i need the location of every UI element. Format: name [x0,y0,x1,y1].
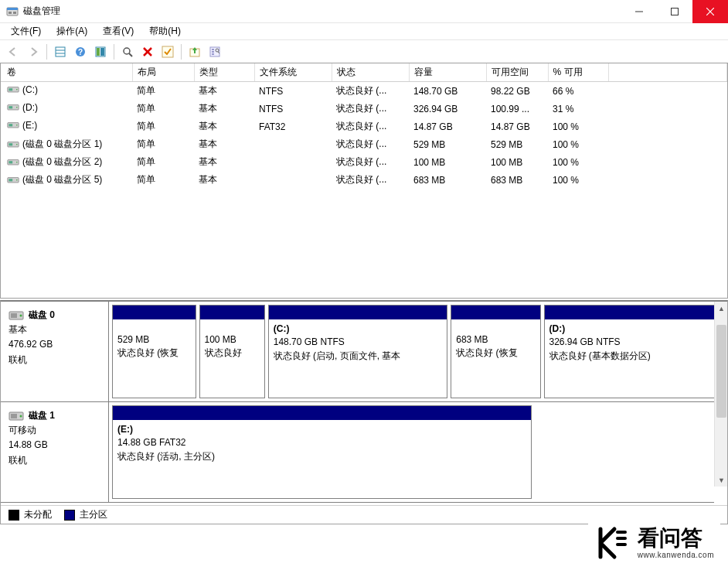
menu-help[interactable]: 帮助(H) [143,23,187,39]
col-free[interactable]: 可用空间 [486,63,548,82]
cell-volume: (磁盘 0 磁盘分区 2) [1,153,132,171]
svg-rect-47 [11,313,17,318]
svg-point-16 [124,48,130,54]
partition-block[interactable]: 683 MB状态良好 (恢复 [451,305,540,398]
minimize-button[interactable] [621,0,657,23]
legend-primary: 主分区 [64,508,107,521]
col-type[interactable]: 类型 [194,63,254,82]
vertical-scrollbar[interactable]: ▲ ▼ [714,302,727,487]
cell-status: 状态良好 (... [332,171,409,189]
partition-header [113,406,531,420]
volume-table[interactable]: 卷 布局 类型 文件系统 状态 容量 可用空间 % 可用 (C:)简单基本NTF… [1,63,727,189]
table-row[interactable]: (磁盘 0 磁盘分区 1)简单基本状态良好 (...529 MB529 MB10… [1,135,727,153]
svg-rect-44 [9,179,12,181]
col-pct[interactable]: % 可用 [548,63,608,82]
svg-text:?: ? [78,48,83,56]
cell-type: 基本 [194,118,254,135]
partition-name: (D:) [549,323,719,336]
partition-block[interactable]: 100 MB状态良好 [199,305,265,398]
cell-capacity: 14.87 GB [409,118,486,135]
volume-icon [7,176,19,185]
col-filesystem[interactable]: 文件系统 [254,63,332,82]
cell-capacity: 683 MB [409,171,486,189]
cell-filesystem [254,135,332,153]
partition-status: 状态良好 (恢复 [117,347,191,360]
menu-bar: 文件(F) 操作(A) 查看(V) 帮助(H) [0,23,728,40]
toolbar: ? [0,40,728,63]
scroll-up-arrow[interactable]: ▲ [715,302,727,315]
disk-graphical-pane: 磁盘 0基本476.92 GB联机529 MB状态良好 (恢复100 MB状态良… [0,300,728,524]
toolbar-separator [114,44,114,60]
up-button[interactable] [186,43,203,60]
partition-size: 326.94 GB NTFS [549,336,719,349]
partition-status: 状态良好 (启动, 页面文件, 基本 [274,350,443,363]
cell-status: 状态良好 (... [332,135,409,153]
svg-rect-23 [212,49,214,50]
watermark-logo-icon [594,524,631,562]
forward-button[interactable] [25,43,42,60]
close-button[interactable] [692,0,728,23]
partition-header [200,306,264,319]
window-controls [621,0,728,23]
partition-block[interactable]: (C:)148.70 GB NTFS状态良好 (启动, 页面文件, 基本 [268,305,448,398]
menu-view[interactable]: 查看(V) [97,23,140,39]
partition-status: 状态良好 (恢复 [456,347,535,360]
disk-partitions: 529 MB状态良好 (恢复100 MB状态良好(C:)148.70 GB NT… [109,302,714,401]
table-row[interactable]: (磁盘 0 磁盘分区 2)简单基本状态良好 (...100 MB100 MB10… [1,153,727,171]
watermark: 看问答 www.kanwenda.com [588,521,720,565]
disk-row: 磁盘 0基本476.92 GB联机529 MB状态良好 (恢复100 MB状态良… [1,302,714,402]
disk-icon [9,411,24,422]
cell-type: 基本 [194,82,254,101]
cell-capacity: 100 MB [409,153,486,171]
view-graphical-button[interactable] [92,43,109,60]
maximize-button[interactable] [657,0,692,23]
partition-block[interactable]: (D:)326.94 GB NTFS状态良好 (基本数据分区) [544,305,724,398]
disk-label-panel[interactable]: 磁盘 1可移动14.88 GB联机 [1,402,109,502]
col-layout[interactable]: 布局 [132,63,194,82]
disk-status: 联机 [9,453,100,468]
partition-block[interactable]: (E:)14.88 GB FAT32状态良好 (活动, 主分区) [112,405,532,499]
scrollbar-thumb[interactable] [716,325,726,418]
cell-type: 基本 [194,153,254,171]
col-status[interactable]: 状态 [332,63,409,82]
toolbar-separator [46,44,47,60]
cell-pct: 100 % [548,118,608,135]
svg-rect-50 [11,414,17,418]
disk-type: 可移动 [9,423,100,438]
col-capacity[interactable]: 容量 [409,63,486,82]
scroll-down-arrow[interactable]: ▼ [715,473,727,487]
svg-rect-5 [672,8,679,15]
cell-filesystem [254,153,332,171]
table-row[interactable]: (磁盘 0 磁盘分区 5)简单基本状态良好 (...683 MB683 MB10… [1,171,727,189]
cell-status: 状态良好 (... [332,100,409,118]
svg-point-30 [16,89,18,90]
view-list-button[interactable] [52,43,69,60]
disk-name: 磁盘 0 [9,308,100,323]
table-row[interactable]: (D:)简单基本NTFS状态良好 (...326.94 GB100.99 ...… [1,100,727,118]
cell-pct: 66 % [548,82,608,101]
disk-label-panel[interactable]: 磁盘 0基本476.92 GB联机 [1,302,109,401]
cell-free: 100 MB [486,153,548,171]
properties-button[interactable] [206,43,223,60]
menu-file[interactable]: 文件(F) [5,23,47,39]
back-button[interactable] [5,43,22,60]
table-row[interactable]: (E:)简单基本FAT32状态良好 (...14.87 GB14.87 GB10… [1,118,727,135]
col-volume[interactable]: 卷 [1,63,132,82]
toolbar-separator [181,44,182,60]
svg-rect-25 [212,53,214,55]
refresh-button[interactable] [119,43,136,60]
check-button[interactable] [159,43,176,60]
cell-volume: (磁盘 0 磁盘分区 5) [1,171,132,189]
help-button[interactable]: ? [72,43,89,60]
delete-button[interactable] [139,43,156,60]
cell-status: 状态良好 (... [332,118,409,135]
partition-name: (C:) [274,323,443,336]
partition-size: 529 MB [117,333,191,347]
table-row[interactable]: (C:)简单基本NTFS状态良好 (...148.70 GB98.22 GB66… [1,82,727,101]
cell-layout: 简单 [132,153,194,171]
menu-action[interactable]: 操作(A) [50,23,94,39]
legend-unallocated: 未分配 [9,508,52,521]
partition-block[interactable]: 529 MB状态良好 (恢复 [112,305,196,398]
partition-size: 683 MB [456,333,535,347]
cell-layout: 简单 [132,135,194,153]
